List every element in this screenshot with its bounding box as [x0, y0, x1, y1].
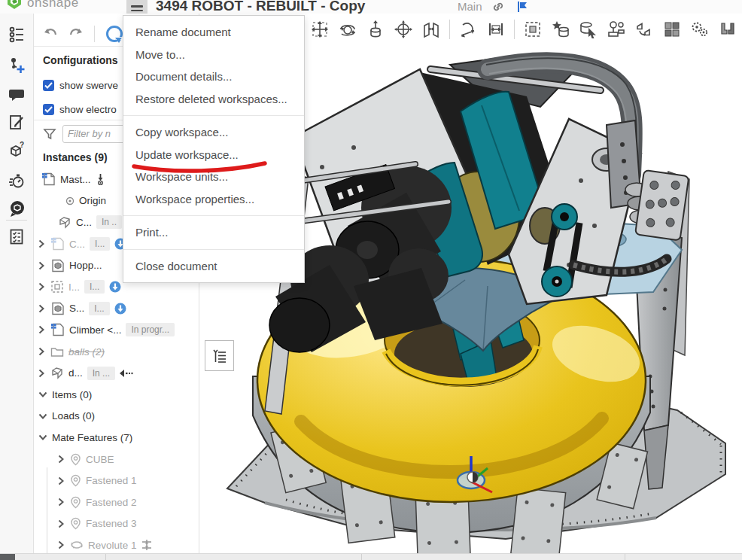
chevron-right-icon[interactable] [56, 540, 65, 549]
origin-icon [65, 196, 75, 205]
chevron-down-icon[interactable] [38, 412, 47, 421]
list-tree-icon [211, 348, 228, 364]
filter-funnel-icon[interactable] [43, 127, 56, 141]
chevron-right-icon[interactable] [37, 325, 46, 334]
part-icon [58, 216, 71, 229]
menu-item-workspace-properties[interactable]: Workspace properties... [123, 188, 304, 211]
mate-feature-row[interactable]: CUBE [34, 449, 199, 470]
tab-bar[interactable] [0, 553, 742, 560]
chevron-right-icon[interactable] [37, 261, 46, 270]
insert-tool-icon[interactable] [551, 20, 570, 39]
follow-flag-icon[interactable] [516, 1, 528, 13]
box-select-tool-icon[interactable] [523, 20, 543, 39]
pattern-tool-icon[interactable] [634, 20, 654, 39]
menu-item-copy-workspace[interactable]: Copy workspace... [123, 121, 304, 144]
checklist-icon[interactable] [8, 227, 26, 245]
menu-item-print[interactable]: Print... [123, 221, 304, 244]
onshape-logo[interactable]: onshape [6, 0, 79, 12]
share-link-icon[interactable] [491, 1, 505, 13]
chevron-down-icon[interactable] [38, 433, 47, 442]
toolbar-divider [94, 26, 95, 42]
onshape-app: onshape 3494 ROBOT - REBUILT - Copy Main [0, 0, 742, 560]
mate-connector-icon [70, 474, 81, 487]
drawing-edit-icon[interactable] [8, 113, 26, 131]
menu-item-restore-deleted-workspaces[interactable]: Restore deleted workspaces... [123, 88, 304, 111]
bom-balloon-tool-icon[interactable] [607, 20, 626, 39]
chevron-right-icon[interactable] [37, 369, 46, 378]
orbit-tool-icon[interactable] [338, 20, 357, 39]
chevron-right-icon[interactable] [56, 519, 65, 528]
instance-list-icon[interactable] [8, 26, 26, 44]
planar-move-tool-icon[interactable] [394, 20, 413, 39]
status-badge: In ... [87, 367, 115, 380]
chevron-down-icon[interactable] [38, 390, 47, 399]
comments-icon[interactable] [8, 86, 26, 104]
onshape-logo-icon [6, 0, 23, 12]
part-question-icon[interactable]: ? [8, 142, 26, 160]
menu-item-update-workspace[interactable]: Update workspace... [123, 144, 304, 166]
redo-icon[interactable] [68, 27, 84, 41]
tree-item-label: C... [76, 217, 92, 228]
measure-tool-icon[interactable] [486, 20, 506, 39]
checkbox-checked[interactable] [43, 80, 54, 91]
menu-item-move-to[interactable]: Move to... [123, 44, 304, 66]
menu-item-document-details[interactable]: Document details... [123, 65, 304, 88]
tab-divider [105, 554, 106, 560]
workspace-name[interactable]: Main [458, 0, 482, 13]
chevron-right-icon[interactable] [56, 476, 65, 485]
status-badge: I... [84, 280, 105, 294]
update-available-icon[interactable] [109, 281, 121, 293]
mate-connector-icon [70, 517, 81, 530]
history-timer-icon[interactable] [8, 172, 26, 190]
tree-section-row[interactable]: Mate Features (7) [34, 427, 199, 449]
mate-feature-row[interactable]: Fastened 2 [34, 492, 199, 513]
mirror-tool-icon[interactable] [421, 20, 441, 39]
rail-divider [6, 220, 27, 221]
mate-feature-label: Fastened 2 [86, 497, 137, 508]
mate-feature-row[interactable]: Fastened 1 [34, 470, 199, 492]
hamburger-menu-icon[interactable] [126, 0, 147, 14]
render-chat-icon[interactable] [8, 199, 26, 217]
translate-tool-icon[interactable] [366, 20, 385, 39]
suppressed-item-icon [50, 280, 64, 294]
free-move-tool-icon[interactable] [310, 20, 330, 39]
versions-icon[interactable] [8, 56, 26, 74]
menu-item-close-document[interactable]: Close document [123, 255, 304, 278]
features-list-flyout-button[interactable] [205, 340, 234, 371]
tree-section-row[interactable]: Loads (0) [34, 406, 199, 428]
part-icon [50, 367, 64, 379]
tree-row[interactable]: Climber <... In progr... [34, 319, 199, 341]
select-part-tool-icon[interactable] [579, 20, 598, 39]
revolute-mate-icon [70, 540, 84, 550]
tree-indent-guide [47, 467, 47, 560]
mate-feature-row[interactable]: Fastened 3 [34, 513, 199, 535]
chevron-right-icon[interactable] [56, 455, 65, 464]
toolbar-divider [449, 20, 450, 39]
part-studio-icon [41, 172, 56, 186]
limits-icon [141, 539, 152, 551]
status-badge: I... [89, 302, 109, 315]
tree-row[interactable]: d... In ... [34, 362, 199, 384]
mate-connector-icon [70, 453, 81, 466]
chevron-right-icon[interactable] [37, 304, 46, 313]
chevron-right-icon[interactable] [37, 347, 46, 356]
menu-item-workspace-units[interactable]: Workspace units... [123, 166, 304, 188]
menu-item-rename-document[interactable]: Rename document [123, 21, 304, 44]
mechanism-gears-tool-icon[interactable] [690, 20, 710, 39]
update-refresh-icon[interactable] [105, 25, 123, 43]
config-option-label: show electro [59, 104, 117, 115]
left-icon-rail: ? [0, 14, 34, 553]
tree-section-row[interactable]: Items (0) [34, 384, 199, 406]
snap-mode-tool-icon[interactable] [458, 20, 478, 39]
tree-row[interactable]: balls (2) [34, 341, 199, 363]
tree-item-label: Mast... [60, 174, 91, 185]
chevron-right-icon[interactable] [56, 498, 65, 507]
tree-row[interactable]: S... I... [34, 298, 199, 320]
chevron-right-icon[interactable] [37, 282, 46, 291]
explode-view-tool-icon[interactable] [718, 20, 737, 39]
checkbox-checked[interactable] [43, 104, 54, 115]
chevron-right-icon[interactable] [37, 239, 46, 248]
undo-icon[interactable] [43, 27, 58, 41]
update-available-icon[interactable] [114, 303, 126, 315]
group-tool-icon[interactable] [662, 20, 682, 39]
